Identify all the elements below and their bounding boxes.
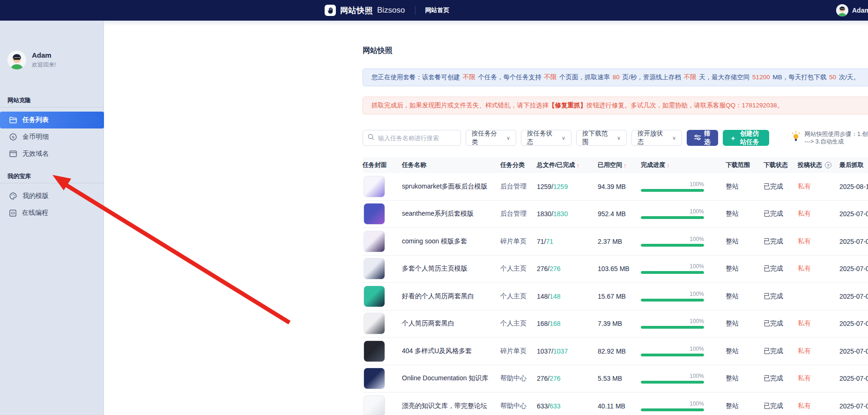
- last-fetch-date: 2025-07-0: [839, 210, 868, 218]
- task-cover-thumbnail[interactable]: [364, 340, 385, 362]
- table-row[interactable]: coming soon 模版多套 碎片单页 71/71 2.37 MB 100%…: [363, 228, 868, 256]
- column-header[interactable]: 已用空间↑: [598, 161, 641, 169]
- cover-cell: [363, 313, 402, 334]
- download-range: 整站: [726, 347, 764, 355]
- last-fetch-date: 2025-07-0: [839, 320, 868, 327]
- hand-logo-icon: [325, 5, 336, 16]
- task-category: 帮助中心: [500, 374, 537, 383]
- last-fetch-date: 2025-07-0: [839, 265, 868, 272]
- app-window: 网站快照 Bizsoso 网站首页 Adam Adam 欢迎回来! 网站克隆任务…: [0, 0, 868, 415]
- task-cover-thumbnail[interactable]: [364, 258, 385, 279]
- sidebar-item-label: 在线编程: [22, 209, 48, 217]
- download-range: 整站: [726, 210, 764, 218]
- cover-cell: [363, 368, 402, 389]
- table-row[interactable]: 好看的个人简历两套黑白 个人主页 148/148 15.67 MB 100% 整…: [363, 283, 868, 310]
- sidebar-section-title: 我的宝库: [7, 173, 31, 181]
- sidebar-username: Adam: [32, 51, 56, 59]
- sort-arrow-icon[interactable]: ↑: [623, 162, 627, 169]
- used-space: 7.39 MB: [598, 320, 641, 327]
- submit-status: 私有: [798, 319, 839, 328]
- filter-dropdown[interactable]: 按任务分类 ∨: [466, 130, 516, 146]
- task-category: 后台管理: [500, 210, 537, 218]
- progress-label: 100%: [641, 236, 704, 242]
- progress-cell: 100%: [641, 236, 726, 247]
- sidebar-item-2[interactable]: 无效域名: [0, 145, 104, 162]
- task-name[interactable]: sprukomarket多面板后台模版: [402, 182, 500, 191]
- sidebar-item-3[interactable]: 我的模版: [0, 188, 104, 204]
- task-name[interactable]: coming soon 模版多套: [402, 237, 500, 246]
- table-row[interactable]: seantheme系列后套模版 后台管理 1830/1830 952.4 MB …: [363, 201, 868, 228]
- download-range: 整站: [726, 319, 764, 328]
- sidebar-item-4[interactable]: 在线编程: [0, 204, 104, 221]
- sidebar-item-1[interactable]: S金币明细: [0, 128, 104, 145]
- filter-button[interactable]: 筛选: [687, 130, 718, 146]
- sort-arrow-icon[interactable]: ↑: [667, 162, 670, 169]
- plan-banner-text: 您正在使用套餐：该套餐可创建 不限 个任务，每个任务支持 不限 个页面，抓取速率…: [371, 73, 860, 82]
- create-task-button[interactable]: + 创建仿站任务: [723, 130, 769, 146]
- search-box[interactable]: [363, 130, 461, 146]
- task-name[interactable]: 好看的个人简历两套黑白: [402, 292, 500, 301]
- table-row[interactable]: sprukomarket多面板后台模版 后台管理 1259/1259 94.39…: [363, 173, 868, 201]
- filter-dropdown[interactable]: 按任务状态 ∨: [521, 130, 571, 146]
- task-name[interactable]: 个人简历两套黑白: [402, 319, 500, 328]
- submit-status: 私有: [798, 210, 839, 218]
- task-category: 个人主页: [500, 264, 537, 273]
- used-space: 40.11 MB: [598, 402, 641, 410]
- topbar-user[interactable]: Adam: [836, 0, 868, 21]
- progress-bar: [641, 354, 704, 356]
- download-range: 整站: [726, 292, 764, 301]
- help-icon[interactable]: ?: [825, 162, 831, 168]
- task-cover-thumbnail[interactable]: [364, 286, 385, 307]
- task-name[interactable]: seantheme系列后套模版: [402, 210, 500, 218]
- sidebar-item-label: 任务列表: [22, 116, 49, 124]
- progress-bar: [641, 189, 704, 192]
- last-fetch-date: 2025-07-0: [839, 375, 868, 382]
- task-cover-thumbnail[interactable]: [364, 203, 385, 225]
- files-count: 1830/1830: [537, 210, 598, 218]
- search-input[interactable]: [378, 135, 460, 142]
- task-cover-thumbnail[interactable]: [364, 176, 385, 197]
- home-nav-link[interactable]: 网站首页: [425, 6, 450, 15]
- tip-line1: 网站快照使用步骤：1.创: [805, 131, 868, 137]
- download-status: 已完成: [764, 210, 798, 218]
- table-row[interactable]: Online Documentation 知识库 帮助中心 276/276 5.…: [363, 365, 868, 393]
- usage-tip: 网站快照使用步骤：1.创 ---> 3.自动生成: [791, 130, 868, 145]
- main-content: 网站快照 您正在使用套餐：该套餐可创建 不限 个任务，每个任务支持 不限 个页面…: [104, 21, 868, 415]
- task-name[interactable]: 404 多样式U及风格多套: [402, 347, 500, 355]
- task-name[interactable]: 漂亮的知识文库，带完整论坛: [402, 402, 500, 410]
- column-header[interactable]: 完成进度↑: [641, 161, 726, 169]
- divider: [415, 6, 415, 15]
- sort-arrow-icon[interactable]: ↑: [577, 162, 580, 169]
- brand[interactable]: 网站快照 Bizsoso 网站首页: [325, 0, 450, 21]
- code-icon: [9, 210, 16, 217]
- table-row[interactable]: 个人简历两套黑白 个人主页 168/168 7.39 MB 100% 整站 已完…: [363, 310, 868, 338]
- download-status: 已完成: [764, 182, 798, 191]
- download-range: 整站: [726, 237, 764, 246]
- column-header[interactable]: 总文件/已完成↑: [537, 161, 598, 169]
- download-range: 整站: [726, 182, 764, 191]
- last-fetch-date: 2025-08-1: [839, 183, 868, 190]
- files-count: 1037/1037: [537, 347, 598, 355]
- task-cover-thumbnail[interactable]: [364, 231, 385, 252]
- table-row[interactable]: 漂亮的知识文库，带完整论坛 帮助中心 633/633 40.11 MB 100%…: [363, 392, 868, 415]
- last-fetch-date: 2025-07-0: [839, 293, 868, 300]
- table-row[interactable]: 多套个人简历主页模版 个人主页 276/276 103.65 MB 100% 整…: [363, 256, 868, 283]
- progress-cell: 100%: [641, 291, 726, 302]
- task-cover-thumbnail[interactable]: [364, 313, 385, 334]
- task-cover-thumbnail[interactable]: [364, 368, 385, 389]
- last-fetch-date: 2025-07-0: [839, 238, 868, 245]
- progress-bar: [641, 381, 704, 384]
- task-category: 个人主页: [500, 292, 537, 301]
- task-cover-thumbnail[interactable]: [364, 395, 385, 415]
- table-body: sprukomarket多面板后台模版 后台管理 1259/1259 94.39…: [363, 173, 868, 415]
- avatar[interactable]: [836, 4, 848, 16]
- task-name[interactable]: Online Documentation 知识库: [402, 374, 500, 383]
- svg-text:S: S: [12, 135, 15, 139]
- progress-bar: [641, 408, 704, 411]
- table-row[interactable]: 404 多样式U及风格多套 碎片单页 1037/1037 82.92 MB 10…: [363, 338, 868, 365]
- filter-dropdown[interactable]: 按下载范围 ∨: [576, 130, 627, 146]
- cover-cell: [363, 176, 402, 197]
- sidebar-item-0[interactable]: 任务列表: [0, 112, 104, 128]
- task-name[interactable]: 多套个人简历主页模版: [402, 264, 500, 273]
- filter-dropdown[interactable]: 按开放状态 ∨: [631, 130, 682, 146]
